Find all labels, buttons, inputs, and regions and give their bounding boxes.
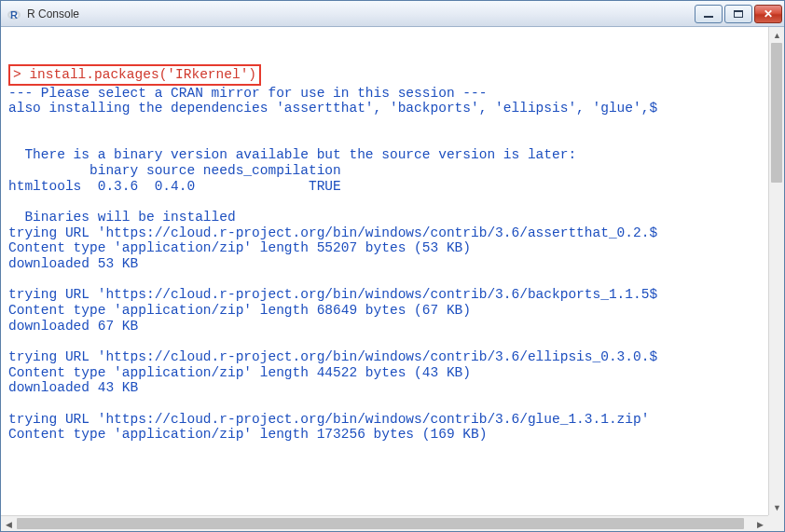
minimize-button[interactable]: [695, 5, 723, 23]
close-button[interactable]: ✕: [754, 5, 782, 23]
output-line: Content type 'application/zip' length 55…: [8, 240, 471, 255]
output-line: downloaded 53 KB: [8, 256, 138, 271]
window-title: R Console: [27, 7, 695, 20]
r-app-icon: R: [7, 7, 21, 21]
console-output[interactable]: > install.packages('IRkernel') --- Pleas…: [1, 27, 768, 515]
scroll-up-button[interactable]: ▲: [769, 27, 784, 43]
scrollbar-corner: [768, 515, 784, 531]
output-line: also installing the dependencies 'assert…: [8, 101, 657, 116]
output-line: trying URL 'https://cloud.r-project.org/…: [8, 412, 649, 427]
vertical-scroll-thumb[interactable]: [771, 43, 782, 183]
scroll-down-button[interactable]: ▼: [769, 499, 784, 515]
output-line: --- Please select a CRAN mirror for use …: [8, 86, 487, 101]
scroll-right-button[interactable]: ▶: [752, 516, 768, 531]
svg-text:R: R: [10, 9, 18, 20]
output-line: Content type 'application/zip' length 44…: [8, 365, 471, 380]
output-line: Content type 'application/zip' length 17…: [8, 427, 487, 442]
scroll-left-button[interactable]: ◀: [1, 516, 17, 531]
output-line: binary source needs_compilation: [8, 163, 341, 178]
output-line: htmltools 0.3.6 0.4.0 TRUE: [8, 179, 341, 194]
prompt: >: [13, 67, 29, 82]
content-area: > install.packages('IRkernel') --- Pleas…: [1, 27, 784, 531]
horizontal-scrollbar[interactable]: ◀ ▶: [1, 515, 768, 531]
output-line: downloaded 43 KB: [8, 380, 138, 395]
minimize-icon: [704, 16, 713, 18]
command-text: install.packages('IRkernel'): [29, 67, 256, 82]
horizontal-scroll-thumb[interactable]: [17, 518, 744, 529]
close-icon: ✕: [764, 8, 773, 20]
window-controls: ✕: [695, 5, 782, 23]
output-line: There is a binary version available but …: [8, 147, 576, 162]
output-line: trying URL 'https://cloud.r-project.org/…: [8, 349, 657, 364]
vertical-scrollbar[interactable]: ▲ ▼: [768, 27, 784, 515]
output-line: trying URL 'https://cloud.r-project.org/…: [8, 287, 657, 302]
titlebar[interactable]: R R Console ✕: [1, 1, 784, 27]
output-line: trying URL 'https://cloud.r-project.org/…: [8, 225, 657, 240]
output-line: Binaries will be installed: [8, 210, 236, 225]
output-line: Content type 'application/zip' length 68…: [8, 303, 471, 318]
highlighted-command: > install.packages('IRkernel'): [8, 64, 261, 86]
output-line: downloaded 67 KB: [8, 319, 138, 334]
r-console-window: R R Console ✕ > install.packages('IRkern…: [0, 0, 785, 532]
maximize-button[interactable]: [724, 5, 752, 23]
maximize-icon: [734, 10, 743, 18]
